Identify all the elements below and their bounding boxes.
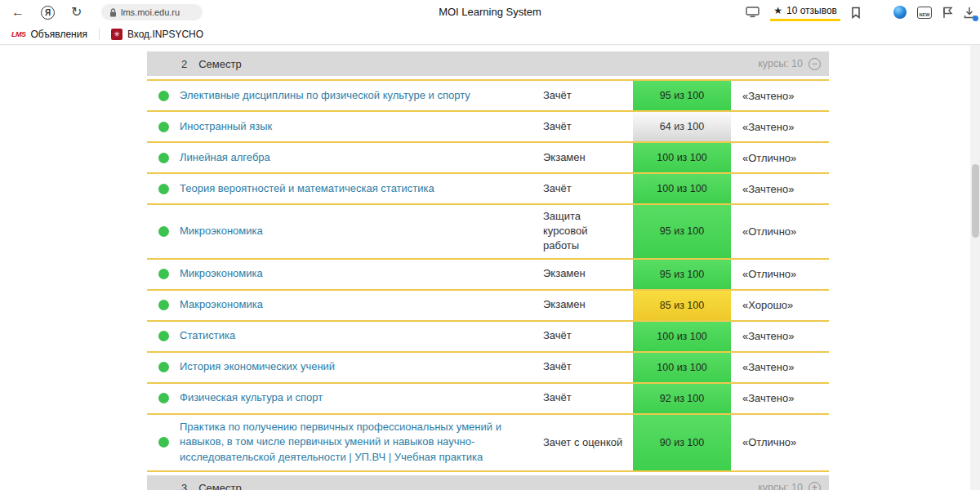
bookmarks-divider <box>99 29 100 40</box>
grade-text: «Зачтено» <box>731 361 829 373</box>
course-link[interactable]: Макроэкономика <box>180 292 543 318</box>
grades-table: 2 Семестр курсы: 10 − Элективные дисципл… <box>147 51 829 490</box>
grade-row: Иностранный язык Зачёт 64 из 100 «Зачтен… <box>147 112 829 143</box>
course-cell: Макроэкономика <box>180 292 543 318</box>
course-cell: Практика по получению первичных професси… <box>180 415 543 471</box>
course-cell: Микроэкономика <box>180 219 543 244</box>
bookmarks-bar: LMS Объявления ✳ Вход.INPSYCHO <box>0 24 980 45</box>
grade-row: Макроэкономика Экзамен 85 из 100 «Хорошо… <box>147 291 829 322</box>
score-badge: 90 из 100 <box>633 415 731 471</box>
semester-footer: 3 Семестр курсы: 10 + <box>147 475 829 490</box>
browser-toolbar: MOI Learning System ← Я ↻ lms.moi.edu.ru… <box>0 0 980 24</box>
course-link[interactable]: Практика по получению первичных професси… <box>180 415 543 471</box>
refresh-icon[interactable]: ↻ <box>71 6 82 19</box>
status-dot-icon <box>158 393 169 403</box>
new-badge: NEW <box>920 12 930 17</box>
assessment-type: Зачёт <box>543 115 633 138</box>
courses-count: курсы: 10 <box>758 482 803 490</box>
assessment-type: Зачёт <box>543 324 633 347</box>
semester-label: Семестр <box>198 58 241 70</box>
grade-row: Статистика Зачёт 100 из 100 «Зачтено» <box>147 322 829 353</box>
collapse-icon[interactable]: − <box>808 58 821 70</box>
grade-row: История экономических учений Зачёт 100 и… <box>147 353 829 384</box>
grade-text: «Зачтено» <box>731 183 829 195</box>
status-cell <box>147 300 180 310</box>
course-cell: Микроэкономика <box>180 261 543 287</box>
assessment-type: Экзамен <box>543 262 633 285</box>
assessment-type: Защита курсовой работы <box>543 205 633 258</box>
screen-share-icon[interactable] <box>746 7 760 18</box>
grade-text: «Зачтено» <box>731 90 829 102</box>
course-link[interactable]: Микроэкономика <box>180 261 543 287</box>
course-link[interactable]: Иностранный язык <box>180 114 543 140</box>
grade-text: «Зачтено» <box>731 121 829 133</box>
status-dot-icon <box>158 122 169 132</box>
reviews-label: 10 отзывов <box>786 5 837 16</box>
score-badge: 92 из 100 <box>633 384 731 413</box>
score-badge: 64 из 100 <box>633 112 731 141</box>
status-cell <box>147 269 180 279</box>
bookmark-announcements[interactable]: LMS Объявления <box>8 29 91 40</box>
score-badge: 100 из 100 <box>633 143 731 172</box>
lock-icon <box>109 8 117 17</box>
course-cell: Иностранный язык <box>180 114 543 140</box>
course-link[interactable]: История экономических учений <box>180 354 543 380</box>
assessment-type: Зачёт <box>543 84 633 107</box>
extension-browser-icon[interactable] <box>893 6 906 19</box>
score-badge: 95 из 100 <box>633 81 731 110</box>
grades-table-body: Элективные дисциплины по физической куль… <box>147 79 829 472</box>
status-dot-icon <box>158 331 169 341</box>
semester-header: 2 Семестр курсы: 10 − <box>147 51 829 76</box>
course-link[interactable]: Линейная алгебра <box>180 145 543 171</box>
status-cell <box>147 226 180 237</box>
url-text: lms.moi.edu.ru <box>121 7 180 17</box>
status-cell <box>147 184 180 194</box>
bookmark-icon[interactable] <box>851 7 861 19</box>
semester-label: Семестр <box>198 482 241 490</box>
yandex-profile-icon[interactable]: Я <box>41 6 55 20</box>
status-cell <box>147 437 180 448</box>
course-link[interactable]: Теория вероятностей и математическая ста… <box>180 176 543 202</box>
address-bar[interactable]: lms.moi.edu.ru <box>101 4 203 20</box>
scrollbar[interactable] <box>970 45 980 490</box>
bookmark-inpsycho[interactable]: ✳ Вход.INPSYCHO <box>108 29 207 40</box>
semester-number: 3 <box>181 482 187 490</box>
course-cell: Элективные дисциплины по физической куль… <box>180 83 543 109</box>
assessment-type: Экзамен <box>543 293 633 316</box>
back-icon[interactable]: ← <box>11 6 24 19</box>
reviews-button[interactable]: ★ 10 отзывов <box>770 3 840 21</box>
grade-text: «Отлично» <box>731 268 829 280</box>
status-dot-icon <box>158 226 169 237</box>
score-badge: 85 из 100 <box>633 291 731 320</box>
assessment-type: Зачет с оценкой <box>543 431 633 454</box>
profile-glyph: Я <box>45 8 51 17</box>
course-link[interactable]: Статистика <box>180 323 543 349</box>
download-count-badge <box>973 16 978 21</box>
grade-row: Физическая культура и спорт Зачёт 92 из … <box>147 384 829 415</box>
score-badge: 100 из 100 <box>633 322 731 351</box>
grade-row: Линейная алгебра Экзамен 100 из 100 «Отл… <box>147 143 829 174</box>
course-cell: История экономических учений <box>180 354 543 380</box>
expand-icon[interactable]: + <box>808 482 821 490</box>
scrollbar-thumb[interactable] <box>972 164 979 238</box>
status-cell <box>147 122 180 132</box>
status-dot-icon <box>158 362 169 372</box>
screen: MOI Learning System ← Я ↻ lms.moi.edu.ru… <box>0 0 980 490</box>
assessment-type: Экзамен <box>543 146 633 169</box>
grade-text: «Хорошо» <box>731 299 829 311</box>
course-cell: Линейная алгебра <box>180 145 543 171</box>
grade-text: «Отлично» <box>731 225 829 238</box>
score-badge: 95 из 100 <box>633 260 731 289</box>
inpsycho-favicon: ✳ <box>111 29 122 40</box>
course-link[interactable]: Элективные дисциплины по физической куль… <box>180 83 543 109</box>
course-link[interactable]: Физическая культура и спорт <box>180 385 543 411</box>
extension-new-episodes-icon[interactable]: NEW <box>917 7 932 19</box>
lms-page: 2 Семестр курсы: 10 − Элективные дисципл… <box>0 51 980 490</box>
grade-text: «Отлично» <box>731 436 829 448</box>
course-link[interactable]: Микроэкономика <box>180 219 543 244</box>
downloads-icon[interactable] <box>964 7 975 19</box>
course-cell: Статистика <box>180 323 543 349</box>
collections-flag-icon[interactable] <box>942 7 953 19</box>
score-badge: 95 из 100 <box>633 205 731 258</box>
assessment-type: Зачёт <box>543 177 633 200</box>
